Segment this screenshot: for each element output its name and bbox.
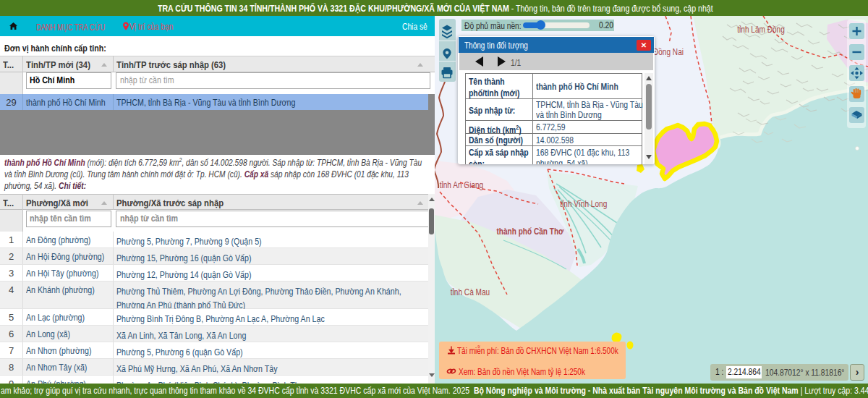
svg-text:thành phố Cần Thơ: thành phố Cần Thơ (496, 226, 563, 236)
svg-text:tỉnh Lâm Đồng: tỉnh Lâm Đồng (737, 25, 785, 34)
svg-text:tỉnh Vĩnh Long: tỉnh Vĩnh Long (560, 199, 607, 208)
svg-text:tỉnh Cà Mau: tỉnh Cà Mau (451, 287, 490, 297)
svg-text:Đồng Nai: Đồng Nai (653, 47, 684, 56)
svg-text:tỉnh An Giang: tỉnh An Giang (440, 180, 484, 190)
